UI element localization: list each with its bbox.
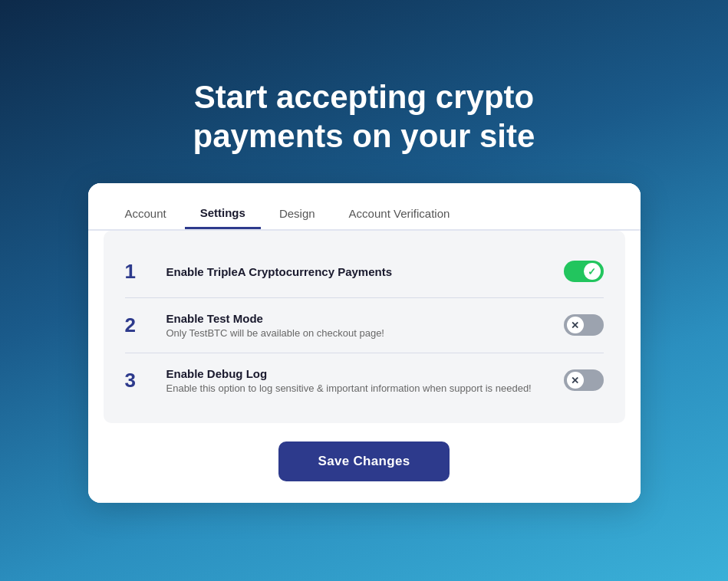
setting-title-1: Enable TripleA Cryptocurrency Payments: [166, 265, 564, 278]
settings-content: 1 Enable TripleA Cryptocurrency Payments…: [104, 231, 625, 423]
setting-desc-3: Enable this option to log sensitive & im…: [166, 382, 564, 394]
settings-list: 1 Enable TripleA Cryptocurrency Payments…: [125, 246, 604, 408]
setting-title-2: Enable Test Mode: [166, 312, 564, 325]
tabs-container: Account Settings Design Account Verifica…: [88, 183, 641, 231]
setting-row-3: 3 Enable Debug Log Enable this option to…: [125, 353, 604, 408]
toggle-3[interactable]: ✕: [564, 369, 604, 391]
toggle-1[interactable]: ✓: [564, 261, 604, 282]
setting-number-3: 3: [125, 369, 153, 392]
setting-number-1: 1: [125, 260, 153, 284]
card-footer: Save Changes: [88, 423, 641, 503]
setting-desc-2: Only TestBTC will be available on checko…: [166, 327, 564, 339]
setting-row-1: 1 Enable TripleA Cryptocurrency Payments…: [125, 246, 604, 298]
page-title: Start accepting crypto payments on your …: [193, 78, 535, 156]
save-button[interactable]: Save Changes: [278, 441, 450, 481]
toggle-2[interactable]: ✕: [564, 314, 604, 336]
tab-account[interactable]: Account: [110, 199, 182, 228]
toggle-x-icon-3: ✕: [571, 375, 579, 386]
setting-number-2: 2: [125, 313, 153, 337]
setting-title-3: Enable Debug Log: [166, 367, 564, 380]
main-card: Account Settings Design Account Verifica…: [88, 183, 641, 503]
toggle-knob-2: ✕: [567, 317, 584, 333]
tab-settings[interactable]: Settings: [185, 199, 261, 229]
setting-info-3: Enable Debug Log Enable this option to l…: [166, 367, 564, 394]
setting-row-2: 2 Enable Test Mode Only TestBTC will be …: [125, 298, 604, 353]
setting-info-1: Enable TripleA Cryptocurrency Payments: [166, 265, 564, 278]
toggle-knob-1: ✓: [584, 263, 601, 280]
tab-bar: Account Settings Design Account Verifica…: [88, 183, 641, 229]
tab-account-verification[interactable]: Account Verification: [334, 199, 466, 228]
toggle-x-icon-2: ✕: [571, 320, 579, 331]
setting-info-2: Enable Test Mode Only TestBTC will be av…: [166, 312, 564, 339]
toggle-check-icon-1: ✓: [588, 266, 596, 277]
toggle-knob-3: ✕: [567, 372, 584, 389]
tab-design[interactable]: Design: [264, 199, 331, 228]
